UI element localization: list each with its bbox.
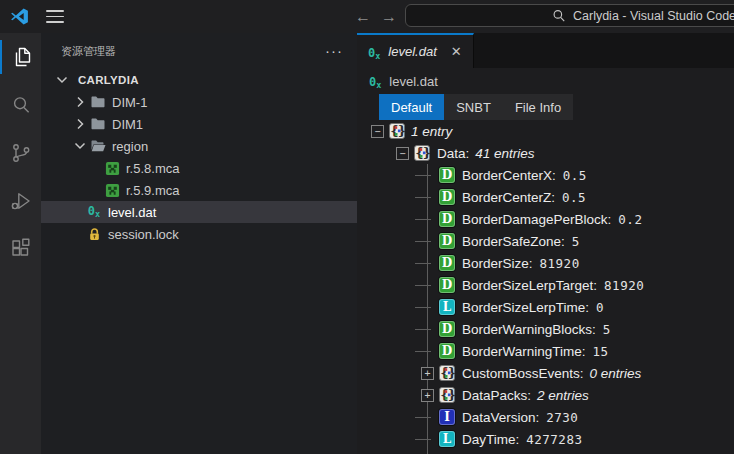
nbt-view-tabs: DefaultSNBTFile Info bbox=[379, 94, 573, 120]
file-label: region bbox=[112, 139, 148, 154]
sidebar-item-r-5-9-mca[interactable]: r.5.9.mca bbox=[41, 179, 357, 201]
nbt-row-bordercenterx[interactable]: DBorderCenterX:0.5 bbox=[357, 164, 734, 186]
more-actions-icon[interactable]: ··· bbox=[325, 46, 343, 56]
sidebar-item-dim-1[interactable]: DIM-1 bbox=[41, 91, 357, 113]
nbt-row-bordersize[interactable]: DBorderSize:81920 bbox=[357, 252, 734, 274]
nbt-row-root[interactable]: {}1 entry bbox=[357, 120, 734, 142]
nbt-row-data[interactable]: {}Data:41 entries bbox=[357, 142, 734, 164]
nbt-row-bordercenterz[interactable]: DBorderCenterZ:0.5 bbox=[357, 186, 734, 208]
tree-tick bbox=[421, 296, 434, 318]
editor-area: 0x level.dat ✕ 0x level.dat DefaultSNBTF… bbox=[357, 33, 734, 454]
sidebar-item-r-5-8-mca[interactable]: r.5.8.mca bbox=[41, 157, 357, 179]
nbt-row-dataversion[interactable]: IDataVersion:2730 bbox=[357, 406, 734, 428]
tag-name: DataPacks: bbox=[462, 388, 531, 403]
nbt-row-bordersizelerptarget[interactable]: DBorderSizeLerpTarget:81920 bbox=[357, 274, 734, 296]
tag-double-icon: D bbox=[439, 233, 455, 249]
folder-open-file-icon bbox=[90, 138, 106, 154]
activity-item-extensions[interactable] bbox=[0, 225, 41, 273]
tag-double-icon: D bbox=[439, 189, 455, 205]
chevron-right-icon bbox=[72, 94, 88, 110]
close-icon[interactable]: ✕ bbox=[451, 44, 462, 59]
tag-value: 5 bbox=[603, 322, 611, 337]
tag-name: BorderDamagePerBlock: bbox=[462, 212, 611, 227]
tag-double-icon: D bbox=[439, 167, 455, 183]
tag-name: CustomBossEvents: bbox=[462, 366, 584, 381]
sidebar-item-dim1[interactable]: DIM1 bbox=[41, 113, 357, 135]
tag-value: 4277283 bbox=[526, 432, 582, 447]
tree-tick bbox=[421, 164, 434, 186]
nbt-row-borderwarningblocks[interactable]: DBorderWarningBlocks:5 bbox=[357, 318, 734, 340]
folder-closed-file-icon bbox=[90, 116, 106, 132]
hex-file-icon: 0x bbox=[369, 74, 381, 90]
sidebar-item-region[interactable]: region bbox=[41, 135, 357, 157]
file-label: r.5.8.mca bbox=[126, 161, 179, 176]
tag-double-icon: D bbox=[439, 321, 455, 337]
tag-value: 0.2 bbox=[618, 212, 642, 227]
tag-int-icon: I bbox=[439, 409, 455, 425]
tag-name: BorderSize: bbox=[462, 256, 533, 271]
nbt-row-borderwarningtime[interactable]: DBorderWarningTime:15 bbox=[357, 340, 734, 362]
expand-box[interactable] bbox=[421, 367, 434, 380]
file-label: level.dat bbox=[108, 205, 156, 220]
mca-file-icon bbox=[104, 160, 120, 176]
file-label: session.lock bbox=[108, 227, 179, 242]
tag-name: BorderCenterZ: bbox=[462, 190, 555, 205]
tag-name: DayTime: bbox=[462, 432, 519, 447]
hex-file-icon: 0x bbox=[368, 43, 380, 61]
navigate-back-button[interactable]: ← bbox=[352, 0, 374, 33]
nbt-row-borderdamageperblock[interactable]: DBorderDamagePerBlock:0.2 bbox=[357, 208, 734, 230]
nbt-row-datapacks[interactable]: {}DataPacks:2 entries bbox=[357, 384, 734, 406]
explorer-sidebar: 资源管理器 ··· CARLYDIA DIM-1DIM1regionr.5.8.… bbox=[41, 33, 357, 454]
vscode-window: { "titlebar": { "search_text": "Carlydia… bbox=[0, 0, 734, 454]
lock-file-icon bbox=[86, 226, 102, 242]
tag-entry-count: 2 entries bbox=[537, 388, 589, 403]
tree-tick bbox=[421, 428, 434, 450]
tree-tick bbox=[421, 208, 434, 230]
tag-entry-count: 1 entry bbox=[411, 124, 452, 139]
tag-compound-icon: {} bbox=[389, 123, 405, 139]
tree-tick bbox=[421, 406, 434, 428]
tag-name: BorderCenterX: bbox=[462, 168, 556, 183]
tag-value: 0.5 bbox=[562, 190, 586, 205]
tag-entry-count: 41 entries bbox=[475, 146, 534, 161]
tab-label: level.dat bbox=[388, 44, 436, 59]
search-icon bbox=[552, 9, 566, 23]
view-tab-snbt[interactable]: SNBT bbox=[444, 94, 503, 120]
menu-hamburger-icon[interactable] bbox=[46, 10, 64, 23]
collapse-box[interactable] bbox=[371, 125, 384, 138]
title-bar: ← → Carlydia - Visual Studio Code bbox=[0, 0, 734, 33]
nbt-row-custombossevents[interactable]: {}CustomBossEvents:0 entries bbox=[357, 362, 734, 384]
sidebar-item-session-lock[interactable]: session.lock bbox=[41, 223, 357, 245]
activity-item-source-control[interactable] bbox=[0, 129, 41, 177]
navigate-forward-button[interactable]: → bbox=[378, 0, 400, 33]
view-tab-file-info[interactable]: File Info bbox=[503, 94, 573, 120]
collapse-box[interactable] bbox=[396, 147, 409, 160]
tag-compound-icon: {} bbox=[439, 365, 455, 381]
breadcrumb: 0x level.dat bbox=[357, 68, 438, 95]
tag-name: BorderWarningBlocks: bbox=[462, 322, 596, 337]
activity-item-run-debug[interactable] bbox=[0, 177, 41, 225]
command-center-search[interactable]: Carlydia - Visual Studio Code bbox=[405, 4, 734, 27]
tag-value: 81920 bbox=[604, 278, 644, 293]
activity-item-search[interactable] bbox=[0, 81, 41, 129]
tag-name: DataVersion: bbox=[462, 410, 539, 425]
file-label: DIM1 bbox=[112, 117, 143, 132]
activity-item-explorer[interactable] bbox=[0, 33, 41, 81]
tab-level-dat[interactable]: 0x level.dat ✕ bbox=[357, 33, 474, 68]
nbt-tree: {}1 entry{}Data:41 entriesDBorderCenterX… bbox=[357, 120, 734, 454]
sidebar-item-level-dat[interactable]: 0xlevel.dat bbox=[41, 201, 357, 223]
nbt-row-bordersizelerptime[interactable]: LBorderSizeLerpTime:0 bbox=[357, 296, 734, 318]
breadcrumb-label: level.dat bbox=[389, 74, 437, 89]
nbt-row-daytime[interactable]: LDayTime:4277283 bbox=[357, 428, 734, 450]
chevron-down-icon bbox=[72, 138, 88, 154]
tag-name: BorderSafeZone: bbox=[462, 234, 565, 249]
window-title: Carlydia - Visual Studio Code bbox=[573, 9, 734, 23]
tag-value: 2730 bbox=[546, 410, 578, 425]
chevron-down-icon bbox=[54, 72, 70, 88]
activity-bar bbox=[0, 33, 41, 454]
view-tab-default[interactable]: Default bbox=[379, 94, 444, 120]
nbt-row-bordersafezone[interactable]: DBorderSafeZone:5 bbox=[357, 230, 734, 252]
sidebar-item-root[interactable]: CARLYDIA bbox=[41, 69, 357, 91]
expand-box[interactable] bbox=[421, 389, 434, 402]
chevron-right-icon bbox=[72, 116, 88, 132]
